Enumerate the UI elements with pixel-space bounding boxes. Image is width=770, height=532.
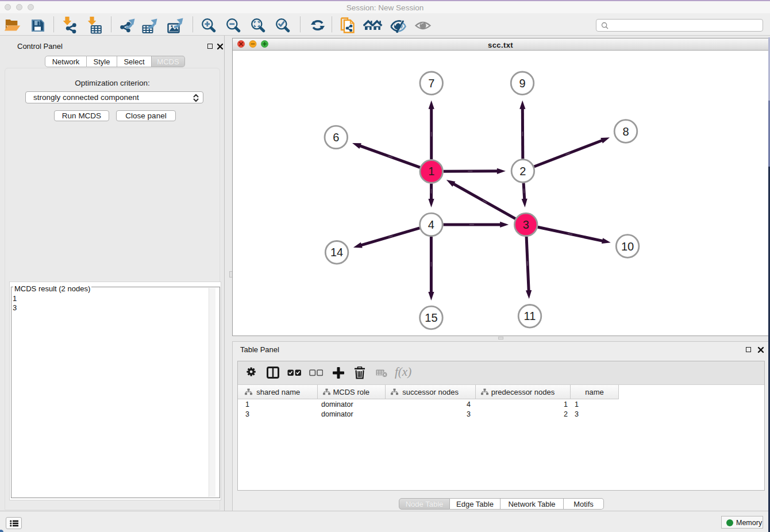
svg-text:2: 2: [519, 165, 526, 178]
svg-text:1: 1: [428, 165, 434, 178]
svg-text:10: 10: [621, 240, 634, 253]
svg-text:8: 8: [622, 125, 629, 138]
svg-text:4: 4: [428, 218, 434, 231]
svg-text:14: 14: [330, 246, 343, 259]
svg-text:7: 7: [428, 77, 434, 90]
svg-text:11: 11: [524, 310, 536, 322]
svg-text:3: 3: [523, 218, 529, 231]
svg-text:9: 9: [519, 77, 525, 90]
svg-text:15: 15: [425, 311, 437, 324]
svg-text:6: 6: [333, 131, 339, 144]
